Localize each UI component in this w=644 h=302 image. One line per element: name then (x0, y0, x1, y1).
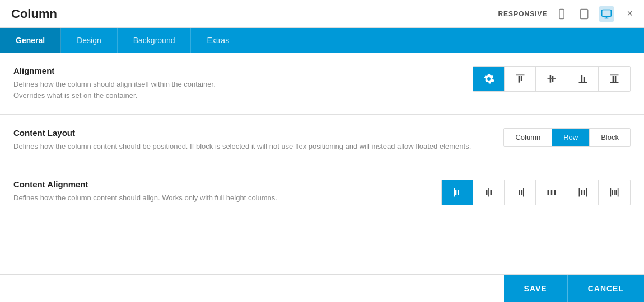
layout-btn-row[interactable]: Row (552, 129, 590, 146)
ca-3-icon (515, 187, 526, 198)
save-button[interactable]: SAVE (504, 275, 567, 303)
svg-rect-21 (615, 76, 617, 82)
tab-background[interactable]: Background (118, 28, 192, 53)
content-layout-left: Content Layout Defines how the column co… (13, 128, 492, 152)
align-top-icon (515, 73, 526, 84)
svg-rect-42 (616, 190, 617, 195)
content-align-btn-1[interactable] (442, 180, 473, 205)
svg-rect-20 (613, 76, 614, 82)
align-stretch-icon (609, 73, 620, 84)
content-alignment-controls (441, 180, 631, 205)
svg-rect-39 (618, 188, 619, 196)
svg-rect-26 (486, 190, 488, 195)
svg-rect-37 (583, 190, 585, 195)
alignment-desc: Defines how the column should align itse… (13, 79, 461, 101)
content-area: Alignment Defines how the column should … (0, 53, 644, 274)
alignment-left: Alignment Defines how the column should … (13, 66, 461, 101)
svg-rect-29 (519, 190, 520, 195)
alignment-button-group (473, 66, 631, 92)
ca-4-icon (546, 187, 557, 198)
tablet-svg (578, 8, 590, 20)
content-layout-controls: Column Row Block (503, 128, 631, 147)
svg-rect-2 (581, 9, 588, 18)
ca-5-icon (577, 187, 589, 198)
svg-rect-36 (581, 190, 582, 195)
content-layout-button-group: Column Row Block (503, 128, 631, 147)
alignment-btn-default[interactable] (473, 67, 505, 91)
alignment-title: Alignment (13, 66, 461, 76)
svg-rect-35 (586, 188, 587, 196)
svg-rect-22 (454, 188, 455, 196)
svg-rect-18 (610, 75, 619, 76)
svg-rect-34 (578, 188, 580, 196)
svg-rect-9 (520, 76, 522, 81)
ca-6-icon (609, 187, 620, 198)
svg-rect-38 (610, 188, 612, 196)
content-align-btn-4[interactable] (536, 180, 567, 205)
svg-rect-4 (602, 10, 612, 16)
gear-icon (483, 73, 494, 84)
header: Column RESPONSIVE × (0, 0, 644, 28)
content-layout-title: Content Layout (13, 128, 492, 138)
tab-extras[interactable]: Extras (191, 28, 245, 53)
svg-rect-15 (578, 82, 587, 83)
content-layout-section: Content Layout Defines how the column co… (0, 115, 644, 166)
close-icon[interactable]: × (627, 8, 633, 20)
layout-btn-block[interactable]: Block (590, 129, 630, 146)
content-align-btn-6[interactable] (599, 180, 630, 205)
alignment-btn-top[interactable] (505, 67, 536, 91)
content-align-btn-3[interactable] (505, 180, 536, 205)
ca-2-icon (483, 187, 494, 198)
tab-general[interactable]: General (0, 28, 61, 53)
alignment-btn-middle[interactable] (536, 67, 567, 91)
svg-rect-7 (516, 75, 524, 76)
header-controls: RESPONSIVE × (498, 6, 633, 22)
page-title: Column (11, 7, 57, 21)
svg-rect-25 (488, 188, 489, 196)
svg-rect-41 (614, 190, 615, 195)
mobile-svg (556, 8, 567, 20)
content-alignment-title: Content Alignment (13, 180, 430, 189)
svg-rect-24 (458, 190, 459, 195)
svg-rect-19 (610, 82, 619, 83)
svg-rect-14 (552, 79, 553, 82)
tab-design[interactable]: Design (61, 28, 118, 53)
svg-rect-17 (583, 77, 585, 82)
svg-rect-28 (523, 188, 524, 196)
content-alignment-button-group (441, 180, 631, 205)
responsive-label: RESPONSIVE (498, 10, 547, 18)
desktop-device-icon[interactable] (599, 6, 614, 22)
align-middle-icon (546, 73, 557, 84)
tablet-device-icon[interactable] (576, 6, 592, 22)
content-align-btn-5[interactable] (567, 180, 599, 205)
content-alignment-desc: Defines how the column content should al… (13, 192, 430, 204)
svg-rect-0 (559, 9, 564, 18)
svg-rect-12 (549, 79, 551, 83)
alignment-controls (473, 66, 631, 92)
content-align-btn-2[interactable] (473, 180, 505, 205)
cancel-button[interactable]: CANCEL (567, 275, 644, 303)
svg-rect-32 (550, 190, 552, 195)
layout-btn-column[interactable]: Column (504, 129, 552, 146)
tab-bar: General Design Background Extras (0, 28, 644, 53)
svg-rect-8 (518, 76, 520, 83)
svg-rect-27 (490, 190, 492, 195)
svg-rect-13 (552, 76, 553, 78)
alignment-btn-bottom[interactable] (567, 67, 599, 91)
svg-rect-23 (455, 190, 456, 195)
content-alignment-left: Content Alignment Defines how the column… (13, 180, 430, 204)
alignment-section: Alignment Defines how the column should … (0, 53, 644, 115)
align-bottom-icon (577, 73, 589, 84)
ca-1-icon (452, 187, 463, 198)
svg-rect-33 (554, 190, 556, 195)
svg-rect-31 (547, 190, 549, 195)
footer: SAVE CANCEL (0, 274, 644, 302)
svg-rect-10 (547, 78, 556, 79)
desktop-svg (601, 8, 612, 20)
svg-rect-11 (549, 75, 551, 78)
content-layout-desc: Defines how the column content should be… (13, 141, 492, 152)
mobile-device-icon[interactable] (554, 6, 570, 22)
svg-rect-30 (521, 190, 522, 195)
svg-rect-16 (581, 75, 582, 82)
alignment-btn-stretch[interactable] (599, 67, 630, 91)
